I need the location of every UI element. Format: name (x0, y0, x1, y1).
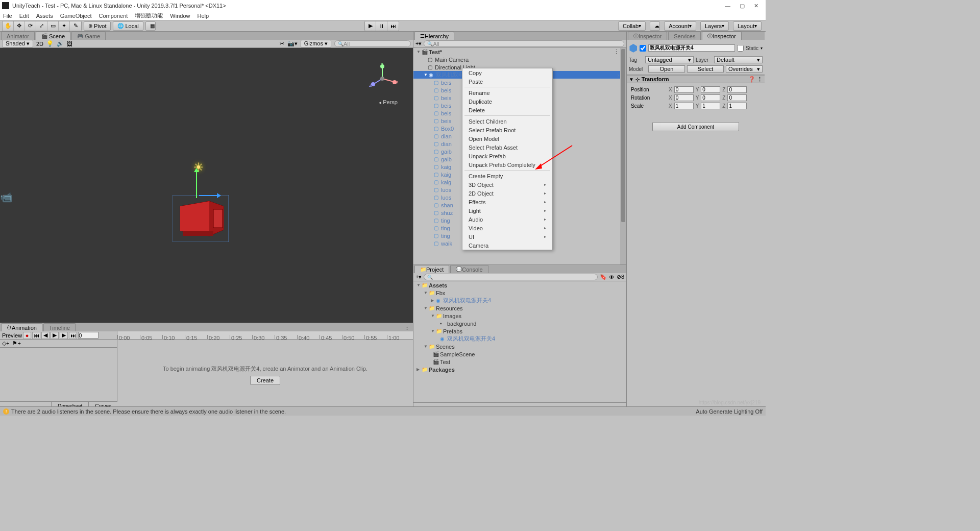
assets-folder[interactable]: Assets (429, 282, 447, 288)
add-event-icon[interactable]: ⚑+ (12, 340, 20, 347)
prefab-asset[interactable]: 双风机双电源开关4 (447, 335, 495, 343)
collab-dropdown[interactable]: Collab ▾ (618, 21, 646, 31)
resources-folder[interactable]: Resources (436, 305, 463, 311)
scene-search[interactable]: 🔍 All (334, 40, 411, 47)
preview-toggle[interactable]: Preview (2, 332, 22, 339)
transform-header[interactable]: ▼ ⊹ Transform❓ ⋮ (627, 75, 765, 83)
ctx-camera[interactable]: Camera (462, 241, 552, 250)
filter-icon[interactable]: 🔖 (600, 274, 607, 280)
gameobject-name-input[interactable] (648, 44, 735, 52)
tag-dropdown[interactable]: Untagged▾ (645, 56, 694, 63)
add-component-button[interactable]: Add Component (652, 122, 739, 131)
scenes-folder[interactable]: Scenes (436, 344, 455, 350)
lighting-status[interactable]: Auto Generate Lighting Off (696, 408, 763, 415)
position-y[interactable] (701, 86, 720, 93)
fbx-asset[interactable]: 双风机双电源开关4 (443, 297, 491, 304)
mode-2d-toggle[interactable]: 2D (36, 41, 43, 47)
ctx-paste[interactable]: Paste (462, 77, 552, 86)
ctx-ui[interactable]: UI▸ (462, 232, 552, 241)
static-checkbox[interactable] (737, 45, 744, 52)
menu-extra[interactable]: 增强版功能 (135, 12, 163, 19)
warning-icon[interactable]: ! (3, 408, 9, 415)
ctx-unpack-prefab-completely[interactable]: Unpack Prefab Completely (462, 160, 552, 169)
tab-game[interactable]: 🎮 Game (71, 32, 106, 40)
local-toggle[interactable]: 🌐 Local (113, 21, 143, 31)
hand-tool-icon[interactable]: ✋ (3, 21, 14, 31)
tab-inspector-2[interactable]: ⓘ Inspector (702, 32, 741, 40)
minimize-icon[interactable]: — (725, 3, 730, 9)
project-search[interactable]: 🔍 (424, 274, 597, 280)
menu-gameobject[interactable]: GameObject (60, 13, 92, 19)
scene-viewport[interactable]: y x z ◂ Persp ☀ 📹 (0, 48, 413, 323)
step-button[interactable]: ⏭ (387, 21, 399, 31)
layer-dropdown[interactable]: Default▾ (714, 56, 763, 63)
scene-audio-icon[interactable]: 🔊 (57, 40, 64, 47)
tab-timeline[interactable]: Timeline (43, 323, 76, 331)
orientation-gizmo[interactable]: y x z (367, 63, 398, 94)
menu-file[interactable]: File (3, 13, 12, 19)
scene-asset[interactable]: SampleScene (440, 351, 475, 357)
perspective-label[interactable]: ◂ Persp (379, 99, 398, 105)
y-axis-handle[interactable] (196, 170, 197, 198)
custom-tool-icon[interactable]: ✎ (70, 21, 81, 31)
prefabs-folder[interactable]: Prefabs (443, 328, 462, 334)
tab-project[interactable]: 📁 Project (414, 265, 449, 273)
tab-inspector-1[interactable]: ⓘ Inspector (628, 32, 667, 40)
scene-settings-icon[interactable]: ✂ (280, 40, 284, 47)
ctx-light[interactable]: Light▸ (462, 206, 552, 215)
move-tool-icon[interactable]: ✥ (14, 21, 25, 31)
gizmos-dropdown[interactable]: Gizmos ▾ (301, 40, 331, 47)
hierarchy-scrollbar[interactable] (620, 48, 626, 264)
ctx-video[interactable]: Video▸ (462, 224, 552, 232)
shaded-dropdown[interactable]: Shaded ▾ (2, 40, 33, 47)
tab-services[interactable]: Services (668, 32, 701, 40)
play-button[interactable]: ▶ (365, 21, 376, 31)
menu-edit[interactable]: Edit (19, 13, 29, 19)
gameobject-enabled-checkbox[interactable] (640, 45, 646, 52)
transform-tool-icon[interactable]: ✦ (59, 21, 70, 31)
animation-menu-icon[interactable]: ⋮ (401, 325, 413, 331)
scene-fx-icon[interactable]: 🖼 (67, 41, 72, 47)
scene-lighting-icon[interactable]: 💡 (46, 40, 54, 47)
ctx-duplicate[interactable]: Duplicate (462, 97, 552, 106)
scene-root[interactable]: Test* (429, 49, 442, 55)
ctx-rename[interactable]: Rename (462, 88, 552, 97)
rect-tool-icon[interactable]: ▭ (47, 21, 59, 31)
first-frame-button[interactable]: ⏮ (32, 332, 40, 339)
camera-gizmo-icon[interactable]: 📹 (0, 191, 13, 203)
open-model-button[interactable]: Open (648, 65, 685, 73)
last-frame-button[interactable]: ⏭ (69, 332, 77, 339)
overrides-dropdown[interactable]: Overrides▾ (726, 65, 763, 73)
ctx-open-model[interactable]: Open Model (462, 134, 552, 143)
images-folder[interactable]: Images (443, 313, 461, 319)
rotation-z[interactable] (727, 94, 747, 101)
scale-z[interactable] (727, 103, 747, 109)
menu-help[interactable]: Help (197, 13, 209, 19)
ctx-audio[interactable]: Audio▸ (462, 215, 552, 224)
ctx-select-children[interactable]: Select Children (462, 117, 552, 126)
account-dropdown[interactable]: Account ▾ (664, 21, 696, 31)
rotate-tool-icon[interactable]: ⟳ (25, 21, 36, 31)
position-x[interactable] (674, 86, 694, 93)
frame-input[interactable] (78, 332, 99, 339)
scale-y[interactable] (701, 103, 720, 109)
project-tree[interactable]: ▼📁Assets ▼📁Fbx ▶◉双风机双电源开关4 ▼📁Resources ▼… (413, 281, 626, 402)
record-button[interactable]: ● (23, 332, 31, 339)
pivot-toggle[interactable]: ⊕ Pivot (84, 21, 111, 31)
ctx-copy[interactable]: Copy (462, 68, 552, 77)
layers-dropdown[interactable]: Layers ▾ (700, 21, 729, 31)
ctx-select-prefab-asset[interactable]: Select Prefab Asset (462, 143, 552, 152)
ctx-select-prefab-root[interactable]: Select Prefab Root (462, 126, 552, 134)
scene-asset[interactable]: Test (440, 359, 450, 365)
fbx-folder[interactable]: Fbx (436, 290, 445, 296)
ctx-effects[interactable]: Effects▸ (462, 198, 552, 206)
tab-animator[interactable]: Animator (1, 32, 35, 40)
ctx-2d-object[interactable]: 2D Object▸ (462, 189, 552, 198)
menu-assets[interactable]: Assets (36, 13, 53, 19)
cloud-icon[interactable]: ☁ (650, 21, 660, 31)
prev-frame-button[interactable]: ◀ (41, 332, 50, 339)
rotation-y[interactable] (701, 94, 720, 101)
hierarchy-item[interactable]: Main Camera (435, 57, 469, 63)
scale-tool-icon[interactable]: ⤢ (36, 21, 47, 31)
tab-console[interactable]: 💬 Console (450, 265, 488, 273)
